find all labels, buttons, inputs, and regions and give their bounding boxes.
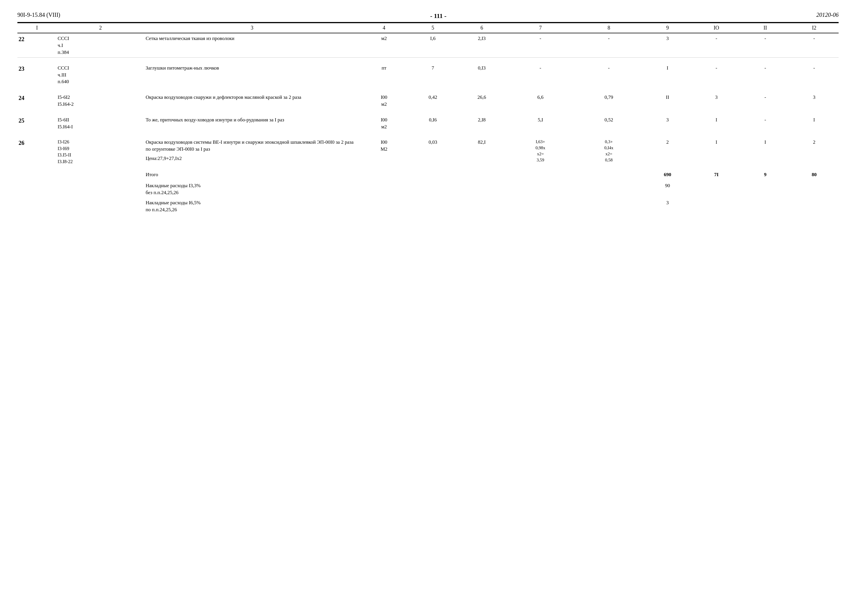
row-col10-25: I [692, 115, 741, 132]
doc-id: 90I-9-15.84 (VIII) [17, 12, 60, 18]
col-header-6: 6 [457, 23, 506, 33]
column-headers: I 2 3 4 5 6 7 8 9 IO II I2 [17, 23, 839, 33]
row-col6-26: 82,I [457, 137, 506, 167]
col-header-11: II [741, 23, 790, 33]
row-unit-22: м2 [360, 33, 409, 58]
page-number: - 111 - [60, 12, 817, 20]
row-col12-22: - [790, 33, 839, 58]
row-col11-22: - [741, 33, 790, 58]
nakl2-label: Накладные расходы I6,5% по п.п.24,25,26 [145, 197, 360, 214]
row-col7-23: - [506, 63, 575, 87]
row-desc-24: Окраска воздуховодов снаружи и дефлектор… [145, 92, 360, 109]
row-col8-25: 0,52 [575, 115, 643, 132]
col-header-10: IO [692, 23, 741, 33]
nakl2-col9: 3 [643, 197, 692, 214]
row-col5-23: 7 [409, 63, 457, 87]
col-header-1: I [17, 23, 57, 33]
row-desc-26: Окраска воздуховодов системы ВЕ-I изнутр… [145, 137, 360, 167]
nakl1-label: Накладные расходы I3,3% без п.п.24,25,26 [145, 179, 360, 197]
nakl1-row: Накладные расходы I3,3% без п.п.24,25,26… [17, 179, 839, 197]
table-row: 22 ССCI ч.I п.384 Сетка металлическая тк… [17, 33, 839, 58]
row-col12-23: - [790, 63, 839, 87]
row-col11-25: - [741, 115, 790, 132]
nakl1-col9: 90 [643, 179, 692, 197]
row-col10-23: - [692, 63, 741, 87]
page-header: 90I-9-15.84 (VIII) - 111 - 20120-06 [17, 12, 839, 20]
row-col9-22: 3 [643, 33, 692, 58]
row-code-25: I5-6II I5.I64-I [57, 115, 145, 132]
itogo-col9: 690 [643, 167, 692, 179]
col-header-9: 9 [643, 23, 692, 33]
row-num-24: 24 [17, 92, 57, 109]
col-header-12: I2 [790, 23, 839, 33]
row-col7-24: 6,6 [506, 92, 575, 109]
row-col5-25: 0,I6 [409, 115, 457, 132]
itogo-label: Итого [145, 167, 360, 179]
row-code-22: ССCI ч.I п.384 [57, 33, 145, 58]
row-unit-25: I00 м2 [360, 115, 409, 132]
row-col7-26: I,63+ 0,98х х2= 3,59 [506, 137, 575, 167]
row-col6-25: 2,I8 [457, 115, 506, 132]
row-col10-22: - [692, 33, 741, 58]
row-col11-26: I [741, 137, 790, 167]
doc-code: 20120-06 [816, 12, 839, 18]
row-desc-23: Заглушки питометраж-ных лючков [145, 63, 360, 87]
row-num-22: 22 [17, 33, 57, 58]
row-desc-25: То же, приточных возду-ховодов изнутри и… [145, 115, 360, 132]
row-col5-26: 0,03 [409, 137, 457, 167]
row-desc-22: Сетка металлическая тканая из проволоки [145, 33, 360, 58]
row-col8-24: 0,79 [575, 92, 643, 109]
row-col11-23: - [741, 63, 790, 87]
row-col5-22: I,6 [409, 33, 457, 58]
row-col6-22: 2,I3 [457, 33, 506, 58]
main-table: I 2 3 4 5 6 7 8 9 IO II I2 22 ССCI ч.I п… [17, 23, 839, 214]
row-unit-23: пт [360, 63, 409, 87]
row-col8-22: - [575, 33, 643, 58]
nakl2-row: Накладные расходы I6,5% по п.п.24,25,26 … [17, 197, 839, 214]
row-num-23: 23 [17, 63, 57, 87]
row-col10-24: 3 [692, 92, 741, 109]
itogo-col12: 80 [790, 167, 839, 179]
itogo-col10: 7I [692, 167, 741, 179]
itogo-row: Итого 690 7I 9 80 [17, 167, 839, 179]
row-col7-22: - [506, 33, 575, 58]
row-col6-24: 26,6 [457, 92, 506, 109]
table-row: 23 ССCI ч.III п.640 Заглушки питометраж-… [17, 63, 839, 87]
col-header-8: 8 [575, 23, 643, 33]
row-num-25: 25 [17, 115, 57, 132]
row-col12-24: 3 [790, 92, 839, 109]
table-row: 26 I3-I26 I3-I69 I3.I5-II I3.I8-22 Окрас… [17, 137, 839, 167]
row-code-26: I3-I26 I3-I69 I3.I5-II I3.I8-22 [57, 137, 145, 167]
row-code-23: ССCI ч.III п.640 [57, 63, 145, 87]
col-header-5: 5 [409, 23, 457, 33]
itogo-col11: 9 [741, 167, 790, 179]
row-col8-23: - [575, 63, 643, 87]
row-col12-26: 2 [790, 137, 839, 167]
price-note: Цена:27,9+27,Iх2 [146, 155, 359, 162]
row-col8-26: 0,3+ 0,I4х х2= 0,58 [575, 137, 643, 167]
row-col9-26: 2 [643, 137, 692, 167]
row-col10-26: I [692, 137, 741, 167]
row-code-24: I5-6I2 I5.I64-2 [57, 92, 145, 109]
row-unit-26: I00 М2 [360, 137, 409, 167]
row-col11-24: - [741, 92, 790, 109]
col-header-4: 4 [360, 23, 409, 33]
row-num-26: 26 [17, 137, 57, 167]
row-col12-25: I [790, 115, 839, 132]
row-col5-24: 0,42 [409, 92, 457, 109]
row-col9-24: II [643, 92, 692, 109]
col-header-3: 3 [145, 23, 360, 33]
table-row: 24 I5-6I2 I5.I64-2 Окраска воздуховодов … [17, 92, 839, 109]
row-col6-23: 0,I3 [457, 63, 506, 87]
row-col7-25: 5,I [506, 115, 575, 132]
col-header-7: 7 [506, 23, 575, 33]
row-col9-25: 3 [643, 115, 692, 132]
table-row: 25 I5-6II I5.I64-I То же, приточных возд… [17, 115, 839, 132]
row-col9-23: I [643, 63, 692, 87]
row-unit-24: I00 м2 [360, 92, 409, 109]
col-header-2: 2 [57, 23, 145, 33]
